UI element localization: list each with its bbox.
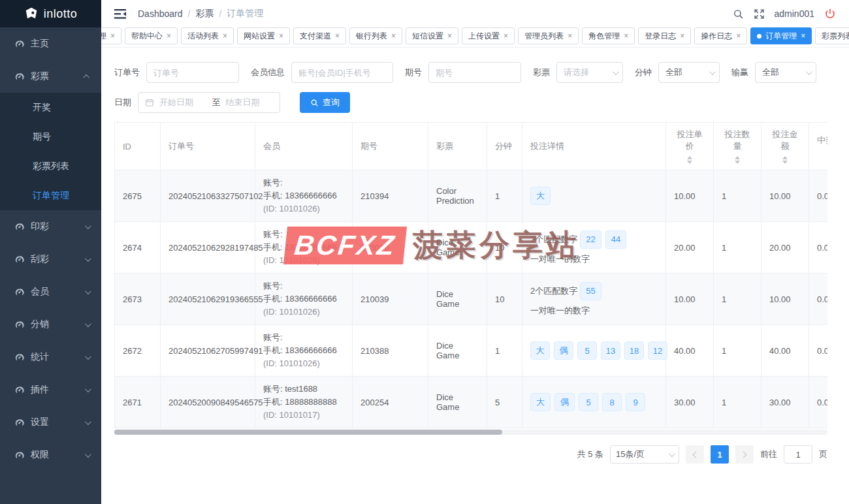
goto-page-input[interactable]: [784, 445, 812, 464]
bet-tag[interactable]: 44: [605, 230, 626, 249]
bet-tag[interactable]: 5: [577, 341, 597, 360]
close-icon[interactable]: ×: [568, 32, 572, 40]
lottery-select[interactable]: 请选择: [556, 62, 623, 83]
cell-lottery: Dice Game: [428, 325, 487, 377]
period-input[interactable]: [428, 62, 521, 83]
breadcrumb-lottery[interactable]: 彩票: [195, 8, 214, 20]
date-range-picker[interactable]: 开始日期 至 结束日期: [138, 92, 280, 113]
tab-activity-list[interactable]: 活动列表×: [181, 27, 234, 44]
scrollbar-thumb[interactable]: [114, 430, 502, 435]
sidebar-item-qihao[interactable]: 期号: [0, 122, 101, 151]
tab-label: 帮助中心: [131, 31, 163, 42]
sort-carets-icon[interactable]: [817, 150, 827, 158]
sidebar-item-shezhi[interactable]: 设置: [0, 406, 101, 439]
breadcrumb-separator: /: [188, 8, 191, 19]
tab-label: 短信设置: [412, 31, 443, 42]
bet-tag[interactable]: 22: [580, 230, 601, 249]
sidebar-item-order-management[interactable]: 订单管理: [0, 181, 101, 210]
tab-bank-list[interactable]: 银行列表×: [349, 27, 402, 44]
bet-tag[interactable]: 大: [530, 341, 550, 360]
col-amount-sort[interactable]: 投注金额: [761, 123, 809, 170]
tab-help-center[interactable]: 帮助中心×: [125, 27, 178, 44]
tab-role-management[interactable]: 角色管理×: [582, 27, 635, 44]
logo[interactable]: inlotto: [0, 0, 101, 27]
winlose-select[interactable]: 全部: [755, 62, 816, 83]
horizontal-scrollbar[interactable]: [114, 430, 827, 435]
tab-label: 操作日志: [701, 31, 732, 42]
search-button[interactable]: 查询: [300, 92, 350, 113]
bet-tag[interactable]: 9: [626, 393, 645, 411]
breadcrumb-dashboard[interactable]: Dashboard: [138, 8, 183, 19]
tab-admin-list[interactable]: 管理员列表×: [518, 27, 579, 44]
prev-page-button[interactable]: [686, 445, 704, 464]
logout-power-icon[interactable]: [824, 8, 836, 20]
sidebar-item-chajian[interactable]: 插件: [0, 373, 101, 406]
search-icon[interactable]: [733, 8, 744, 20]
cell-order-no: 20240520090849546575: [161, 377, 255, 428]
close-icon[interactable]: ×: [223, 32, 227, 40]
close-icon[interactable]: ×: [335, 32, 340, 40]
tab-operation-log[interactable]: 操作日志×: [694, 27, 747, 44]
sidebar-item-home[interactable]: 主页: [0, 27, 101, 60]
close-icon[interactable]: ×: [391, 32, 396, 40]
col-win-sort[interactable]: 中奖金额: [809, 123, 828, 170]
menu-fold-icon[interactable]: [114, 9, 126, 19]
bet-tag[interactable]: 大: [530, 393, 551, 411]
close-icon[interactable]: ×: [167, 32, 171, 40]
page-size-select[interactable]: 15条/页: [610, 445, 679, 464]
tab-sms-settings[interactable]: 短信设置×: [406, 27, 458, 44]
tab-lottery-list[interactable]: 彩票列表×: [815, 27, 849, 44]
close-icon[interactable]: ×: [680, 32, 684, 40]
sidebar-item-fenxiao[interactable]: 分销: [0, 308, 101, 341]
bet-detail-text: 2个匹配数字: [530, 285, 577, 297]
sidebar-item-quanxian[interactable]: 权限: [0, 439, 101, 471]
bet-tag[interactable]: 18: [624, 341, 644, 360]
sidebar-item-tongji[interactable]: 统计: [0, 341, 101, 373]
close-icon[interactable]: ×: [447, 32, 452, 40]
minute-select[interactable]: 全部: [658, 62, 720, 83]
sidebar-item-kaijiang[interactable]: 开奖: [0, 93, 101, 122]
close-icon[interactable]: ×: [801, 32, 805, 40]
bet-tag[interactable]: 大: [530, 187, 551, 205]
col-quantity-sort[interactable]: 投注数量: [714, 123, 761, 170]
cell-id: 2671: [115, 377, 161, 428]
close-icon[interactable]: ×: [110, 32, 115, 40]
close-icon[interactable]: ×: [624, 32, 628, 40]
cell-amount: 40.00: [761, 325, 809, 377]
close-icon[interactable]: ×: [736, 32, 741, 40]
bet-tag[interactable]: 12: [648, 341, 667, 360]
sidebar-item-lottery-list[interactable]: 彩票列表: [0, 151, 101, 181]
username[interactable]: admin001: [775, 8, 815, 19]
close-icon[interactable]: ×: [279, 32, 283, 40]
date-end-placeholder[interactable]: 结束日期: [226, 97, 274, 108]
chevron-down-icon: [85, 321, 91, 327]
bet-tag[interactable]: 55: [580, 282, 601, 300]
bet-tag[interactable]: 偶: [554, 393, 575, 411]
sort-carets-icon[interactable]: [769, 156, 801, 164]
tab-guanli[interactable]: 管理×: [101, 27, 121, 44]
close-icon[interactable]: ×: [504, 32, 508, 40]
tab-payment-channel[interactable]: 支付渠道×: [293, 27, 346, 44]
sidebar-item-yincai[interactable]: 印彩: [0, 210, 101, 243]
bet-tag[interactable]: 13: [601, 341, 620, 360]
sidebar-item-lottery[interactable]: 彩票: [0, 60, 101, 93]
bet-tag[interactable]: 8: [602, 393, 622, 411]
order-no-input[interactable]: [146, 62, 239, 83]
date-start-placeholder[interactable]: 开始日期: [159, 97, 207, 108]
tab-site-settings[interactable]: 网站设置×: [237, 27, 290, 44]
sort-carets-icon[interactable]: [674, 156, 705, 164]
chevron-down-icon: [85, 223, 91, 229]
sort-carets-icon[interactable]: [722, 156, 753, 164]
tab-login-log[interactable]: 登录日志×: [638, 27, 691, 44]
sidebar-item-huiyuan[interactable]: 会员: [0, 276, 101, 308]
member-info-input[interactable]: [291, 62, 393, 83]
tab-order-management-active[interactable]: 订单管理×: [750, 27, 812, 44]
col-unit-price-sort[interactable]: 投注单价: [666, 123, 714, 170]
bet-tag[interactable]: 偶: [554, 341, 573, 360]
page-number-current[interactable]: 1: [711, 445, 729, 464]
bet-tag[interactable]: 5: [579, 393, 598, 411]
next-page-button[interactable]: [735, 445, 754, 464]
fullscreen-icon[interactable]: [754, 8, 765, 20]
sidebar-item-guacai[interactable]: 刮彩: [0, 243, 101, 276]
tab-upload-settings[interactable]: 上传设置×: [462, 27, 515, 44]
